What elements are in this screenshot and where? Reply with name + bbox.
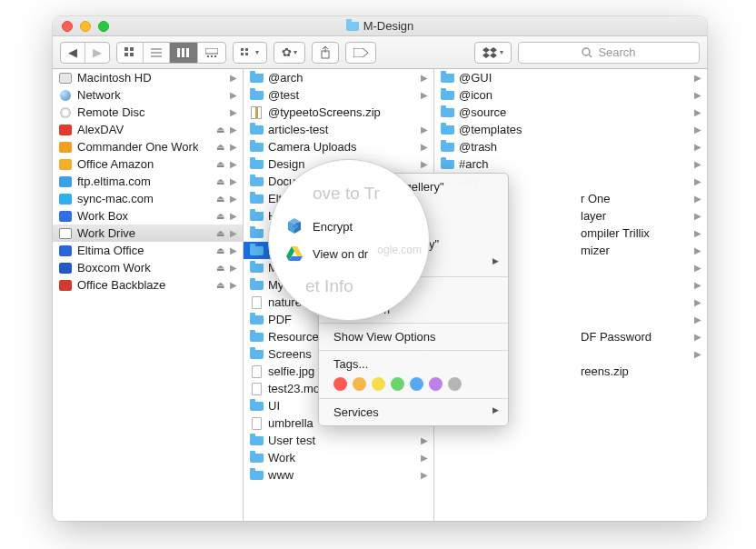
item-label: UI [268,399,280,413]
list-item[interactable]: Work Drive⏏▶ [53,225,243,242]
list-item[interactable]: @trash▶ [434,138,707,155]
column-1[interactable]: Macintosh HD▶Network▶Remote Disc▶AlexDAV… [53,69,244,521]
eject-icon[interactable]: ⏏ [216,228,224,238]
chevron-right-icon: ▶ [421,470,428,480]
chevron-right-icon: ▶ [230,159,237,169]
arrange-button[interactable]: ▾ [233,42,267,64]
chevron-right-icon: ▶ [230,125,237,135]
list-item[interactable]: AlexDAV⏏▶ [53,121,243,138]
encrypt-icon [285,217,303,235]
chevron-right-icon: ▶ [230,90,237,100]
close-icon[interactable] [62,21,73,32]
title-text: M-Design [363,19,414,33]
eject-icon[interactable]: ⏏ [216,159,224,169]
list-item[interactable]: Network▶ [53,86,243,104]
list-item[interactable]: Office Backblaze⏏▶ [53,276,243,294]
chevron-right-icon: ▶ [421,159,428,169]
view-mode [116,42,226,64]
list-item[interactable]: Boxcom Work⏏▶ [53,259,243,276]
list-item[interactable]: articles-test▶ [244,121,433,138]
eject-icon[interactable]: ⏏ [216,280,224,290]
forward-button[interactable]: ▶ [85,43,109,63]
list-item[interactable]: @arch▶ [244,69,433,86]
list-item[interactable]: Office Amazon⏏▶ [53,155,243,173]
list-item[interactable]: www▶ [244,466,433,484]
svg-rect-2 [124,53,128,56]
eject-icon[interactable]: ⏏ [216,176,224,186]
separator [319,323,508,324]
ctx-tags[interactable]: Tags... [319,354,508,374]
share-button[interactable] [312,42,339,64]
list-item[interactable]: Macintosh HD▶ [53,69,243,86]
zoom-icon[interactable] [98,21,109,32]
chevron-right-icon: ▶ [694,297,701,307]
svg-rect-9 [186,48,189,57]
list-item[interactable]: Remote Disc▶ [53,104,243,121]
mag-encrypt-row: Encrypt [285,213,429,240]
ctx-services[interactable]: Services [319,403,508,422]
item-label: layer [581,209,606,223]
folder-icon [249,227,264,240]
item-label: articles-test [268,123,328,136]
item-label: @arch [268,71,303,85]
folder-icon [249,89,264,102]
eject-icon[interactable]: ⏏ [216,245,224,255]
item-label: Commander One Work [77,140,198,154]
eject-icon[interactable]: ⏏ [216,211,224,221]
tag-dot[interactable] [429,377,443,391]
column-view-button[interactable] [170,43,198,63]
list-item[interactable]: Camera Uploads▶ [244,138,433,155]
list-item[interactable]: @typeetoScreens.zip [244,104,433,121]
tag-dot[interactable] [391,377,404,391]
list-item[interactable]: @templates▶ [434,121,707,138]
ctx-view-options[interactable]: Show View Options [319,327,508,346]
list-item[interactable]: ftp.eltima.com⏏▶ [53,173,243,190]
list-item[interactable]: #arch▶ [434,155,707,173]
action-button[interactable]: ✿▾ [274,42,305,64]
list-item[interactable]: Eltima Office⏏▶ [53,242,243,259]
nav-buttons: ◀ ▶ [60,42,110,64]
tag-dot[interactable] [448,377,462,391]
volume-icon [58,124,73,136]
svg-rect-16 [241,53,244,55]
item-label: Work [268,451,295,464]
gallery-view-button[interactable] [198,43,225,63]
eject-icon[interactable]: ⏏ [216,142,224,152]
svg-rect-15 [245,48,248,51]
item-label: @typeetoScreens.zip [268,105,381,119]
list-item[interactable]: @test▶ [244,86,433,104]
tags-button[interactable] [345,42,376,64]
minimize-icon[interactable] [80,21,91,32]
list-view-button[interactable] [144,43,170,63]
dropbox-button[interactable]: ▾ [474,42,512,64]
chevron-right-icon: ▶ [694,314,701,324]
tag-dot[interactable] [353,377,366,391]
item-label: Resources [268,330,324,344]
svg-rect-11 [207,55,209,57]
back-button[interactable]: ◀ [61,43,85,63]
list-item[interactable]: Work Box⏏▶ [53,207,243,225]
icon-view-button[interactable] [117,43,144,63]
search-input[interactable]: Search [518,42,700,64]
tag-dot[interactable] [333,377,347,391]
list-item[interactable]: @GUI▶ [434,69,707,86]
eject-icon[interactable]: ⏏ [216,194,224,204]
svg-rect-12 [211,55,213,57]
list-item[interactable]: Commander One Work⏏▶ [53,138,243,155]
list-item[interactable]: User test▶ [244,432,433,449]
list-item[interactable]: @source▶ [434,104,707,121]
eject-icon[interactable]: ⏏ [216,125,224,135]
tag-dot[interactable] [372,377,385,391]
list-item[interactable]: @icon▶ [434,86,707,104]
item-label: Work Drive [77,226,135,240]
titlebar[interactable]: M-Design [53,16,707,36]
eject-icon[interactable]: ⏏ [216,263,224,273]
tag-dot[interactable] [410,377,423,391]
item-label: umbrella [268,416,313,430]
list-item[interactable]: Work▶ [244,449,433,466]
hdd-icon [58,72,73,85]
mag-site-text: ogle.com [377,244,422,256]
list-item[interactable]: sync-mac.com⏏▶ [53,190,243,207]
item-label: PDF [268,313,292,326]
folder-icon [249,158,264,171]
